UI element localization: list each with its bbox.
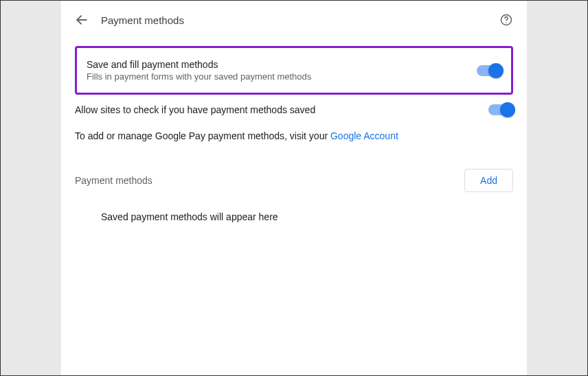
google-pay-info: To add or manage Google Pay payment meth…: [75, 130, 513, 141]
empty-state-message: Saved payment methods will appear here: [75, 211, 513, 222]
google-account-link[interactable]: Google Account: [330, 130, 398, 141]
section-label: Payment methods: [75, 175, 152, 186]
save-fill-text: Save and fill payment methods Fills in p…: [87, 59, 311, 82]
svg-point-2: [506, 23, 506, 23]
back-arrow-icon[interactable]: [75, 13, 89, 27]
page-header: Payment methods: [75, 13, 513, 27]
save-fill-subtitle: Fills in payment forms with your saved p…: [87, 71, 311, 82]
allow-sites-row: Allow sites to check if you have payment…: [75, 104, 513, 115]
save-fill-title: Save and fill payment methods: [87, 59, 311, 70]
help-icon[interactable]: [499, 13, 513, 27]
add-button[interactable]: Add: [464, 169, 513, 192]
settings-panel: Payment methods Save and fill payment me…: [61, 1, 527, 375]
page-title: Payment methods: [101, 14, 184, 26]
header-left: Payment methods: [75, 13, 184, 27]
payment-methods-section-header: Payment methods Add: [75, 169, 513, 192]
allow-sites-toggle[interactable]: [488, 104, 513, 115]
toggle-knob: [488, 63, 504, 78]
google-pay-prefix: To add or manage Google Pay payment meth…: [75, 130, 330, 141]
toggle-knob: [500, 102, 515, 117]
save-fill-toggle[interactable]: [477, 65, 501, 76]
allow-sites-title: Allow sites to check if you have payment…: [75, 104, 315, 115]
save-fill-row: Save and fill payment methods Fills in p…: [87, 59, 501, 82]
highlighted-setting: Save and fill payment methods Fills in p…: [75, 46, 513, 95]
